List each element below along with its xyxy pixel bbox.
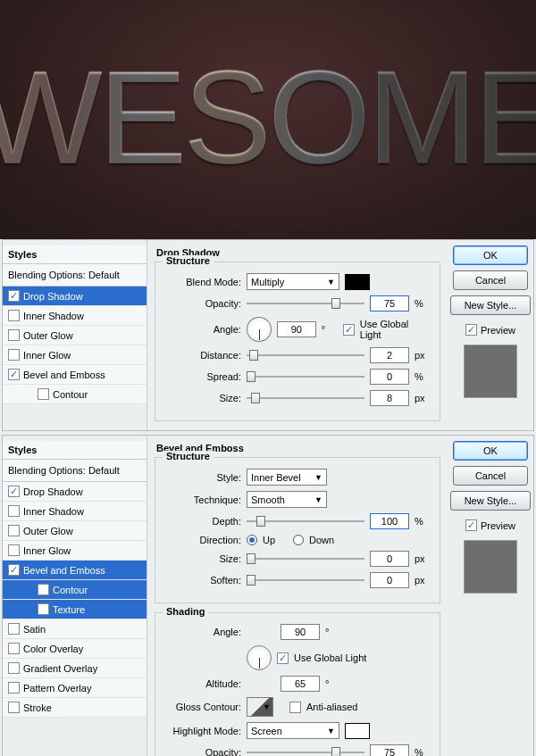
soften-input[interactable]: 0 — [370, 572, 409, 588]
style-item-label: Outer Glow — [23, 330, 73, 341]
highlight-color-swatch[interactable] — [345, 723, 370, 739]
style-item-inner-shadow[interactable]: Inner Shadow — [3, 306, 147, 326]
shadow-color-swatch[interactable] — [345, 274, 370, 290]
opacity-unit: % — [415, 298, 432, 309]
style-item-checkbox[interactable] — [8, 662, 20, 674]
style-item-checkbox[interactable] — [8, 290, 20, 302]
style-item-checkbox[interactable] — [8, 486, 20, 497]
spread-slider[interactable] — [247, 376, 364, 378]
style-item-contour[interactable]: Contour — [3, 385, 147, 404]
size-slider[interactable] — [247, 397, 364, 399]
layer-style-dialog-bevel: Styles Blending Options: Default Drop Sh… — [2, 435, 534, 756]
ok-button[interactable]: OK — [453, 245, 528, 265]
cancel-button[interactable]: Cancel — [453, 270, 528, 290]
new-style-button[interactable]: New Style... — [450, 295, 531, 315]
direction-down-radio[interactable] — [293, 535, 304, 545]
chevron-down-icon: ▼ — [327, 278, 335, 287]
style-item-checkbox[interactable] — [8, 702, 20, 713]
structure-group: Structure Blend Mode: Multiply ▼ Opacity… — [155, 262, 440, 421]
style-item-label: Outer Glow — [23, 526, 73, 536]
bevel-style-dropdown[interactable]: Inner Bevel▼ — [247, 469, 327, 486]
altitude-label: Altitude: — [163, 678, 241, 689]
style-item-pattern-overlay[interactable]: Pattern Overlay — [3, 678, 147, 698]
style-item-gradient-overlay[interactable]: Gradient Overlay — [3, 659, 147, 678]
opacity-input[interactable]: 75 — [370, 295, 409, 312]
blending-options-header[interactable]: Blending Options: Default — [3, 460, 147, 482]
style-item-label: Inner Glow — [23, 350, 71, 361]
highlight-opacity-unit: % — [415, 747, 432, 756]
style-item-checkbox[interactable] — [8, 525, 20, 536]
shading-angle-wheel[interactable] — [247, 645, 272, 670]
style-item-outer-glow[interactable]: Outer Glow — [3, 521, 147, 541]
structure-label: Structure — [163, 255, 214, 266]
style-item-drop-shadow[interactable]: Drop Shadow — [3, 287, 147, 306]
gloss-contour-picker[interactable]: ▼ — [247, 697, 273, 717]
style-item-drop-shadow[interactable]: Drop Shadow — [3, 482, 147, 502]
style-item-checkbox[interactable] — [8, 310, 20, 321]
new-style-button[interactable]: New Style... — [450, 491, 531, 511]
direction-up-radio[interactable] — [247, 535, 257, 545]
style-item-bevel-and-emboss[interactable]: Bevel and Emboss — [3, 561, 147, 580]
shading-global-light-checkbox[interactable] — [277, 652, 289, 664]
style-item-label: Texture — [53, 604, 85, 615]
style-item-stroke[interactable]: Stroke — [3, 698, 147, 718]
style-item-checkbox[interactable] — [8, 369, 20, 380]
preview-checkbox[interactable] — [465, 324, 477, 336]
style-item-checkbox[interactable] — [8, 349, 20, 361]
bevel-size-input[interactable]: 0 — [370, 551, 409, 567]
shading-angle-input[interactable]: 90 — [281, 624, 320, 640]
spread-input[interactable]: 0 — [370, 369, 409, 385]
style-item-label: Contour — [53, 585, 88, 595]
ok-button[interactable]: OK — [453, 441, 528, 461]
cancel-button[interactable]: Cancel — [453, 466, 528, 486]
altitude-input[interactable]: 65 — [281, 676, 320, 692]
style-item-contour[interactable]: Contour — [3, 580, 147, 600]
size-input[interactable]: 8 — [370, 390, 409, 406]
style-item-satin[interactable]: Satin — [3, 619, 147, 639]
style-item-checkbox[interactable] — [8, 544, 20, 556]
depth-slider[interactable] — [247, 520, 364, 522]
style-item-inner-glow[interactable]: Inner Glow — [3, 345, 147, 365]
preview-checkbox[interactable] — [465, 519, 477, 531]
style-item-color-overlay[interactable]: Color Overlay — [3, 639, 147, 659]
style-item-checkbox[interactable] — [8, 623, 20, 635]
blending-options-header[interactable]: Blending Options: Default — [3, 264, 147, 287]
style-item-bevel-and-emboss[interactable]: Bevel and Emboss — [3, 365, 147, 385]
style-item-label: Bevel and Emboss — [23, 565, 105, 576]
style-item-checkbox[interactable] — [8, 505, 20, 517]
style-item-checkbox[interactable] — [38, 603, 49, 615]
depth-input[interactable]: 100 — [370, 513, 409, 529]
highlight-mode-dropdown[interactable]: Screen▼ — [247, 722, 339, 739]
style-item-checkbox[interactable] — [38, 584, 49, 595]
style-item-inner-shadow[interactable]: Inner Shadow — [3, 502, 147, 521]
anti-aliased-checkbox[interactable] — [289, 702, 301, 713]
angle-wheel[interactable] — [247, 317, 272, 342]
chevron-down-icon: ▼ — [314, 473, 322, 482]
style-item-checkbox[interactable] — [8, 682, 20, 694]
style-item-checkbox[interactable] — [38, 388, 49, 400]
soften-slider[interactable] — [247, 579, 364, 581]
style-item-checkbox[interactable] — [8, 643, 20, 654]
style-item-label: Pattern Overlay — [23, 683, 91, 694]
style-item-inner-glow[interactable]: Inner Glow — [3, 541, 147, 561]
blend-mode-dropdown[interactable]: Multiply ▼ — [247, 273, 339, 290]
technique-dropdown[interactable]: Smooth▼ — [247, 491, 327, 508]
use-global-light-checkbox[interactable] — [343, 324, 355, 336]
style-item-label: Inner Shadow — [23, 311, 84, 321]
styles-header: Styles — [3, 245, 147, 264]
opacity-slider[interactable] — [247, 303, 364, 304]
style-item-outer-glow[interactable]: Outer Glow — [3, 326, 147, 345]
highlight-opacity-input[interactable]: 75 — [370, 744, 409, 756]
angle-input[interactable]: 90 — [277, 321, 316, 337]
preview-label: Preview — [481, 520, 515, 531]
bevel-size-slider[interactable] — [247, 558, 364, 560]
style-item-checkbox[interactable] — [8, 329, 20, 341]
distance-slider[interactable] — [247, 354, 364, 356]
style-item-label: Satin — [23, 624, 46, 635]
style-item-label: Drop Shadow — [23, 486, 83, 497]
style-item-texture[interactable]: Texture — [3, 600, 147, 619]
angle-unit: ° — [322, 324, 338, 335]
style-item-checkbox[interactable] — [8, 564, 20, 576]
distance-input[interactable]: 2 — [370, 347, 409, 363]
highlight-opacity-slider[interactable] — [247, 752, 364, 753]
